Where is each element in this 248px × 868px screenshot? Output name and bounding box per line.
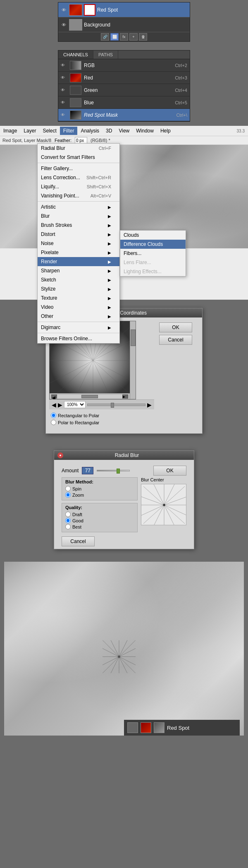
radial-blur-dialog: ● Radial Blur Amount 77 OK (54, 450, 194, 549)
bottom-thumb-red (141, 722, 151, 733)
filter-item-pixelate[interactable]: Pixelate ▶ (38, 248, 119, 257)
slider-track (97, 470, 129, 471)
scrollbar-horizontal[interactable]: ◀ ▶ (50, 393, 130, 399)
layer-info: Red Spot, Layer Mask/8 (2, 138, 51, 143)
submenu-item-lighting[interactable]: Lighting Effects... (120, 267, 186, 276)
filter-item-noise[interactable]: Noise ▶ (38, 239, 119, 248)
menu-analysis[interactable]: Analysis (77, 127, 103, 135)
result-section: Red Spot (0, 558, 248, 736)
channel-shortcut: Ctrl+\ (176, 113, 187, 118)
menu-help[interactable]: Help (157, 127, 174, 135)
feather-label: Feather: (55, 138, 72, 143)
filter-item-blur[interactable]: Blur ▶ (38, 212, 119, 221)
submenu-item-clouds[interactable]: Clouds (120, 231, 186, 240)
fx-button[interactable]: fx (120, 33, 128, 41)
scroll-thumb-v[interactable] (131, 329, 136, 346)
result-canvas: Red Spot (4, 562, 244, 736)
eye-icon[interactable]: 👁 (61, 113, 67, 117)
trash-button[interactable]: 🗑 (139, 33, 147, 41)
menu-window[interactable]: Window (133, 127, 157, 135)
mask-button[interactable]: ⬜ (110, 33, 119, 41)
channel-row-mask[interactable]: 👁 Red Spot Mask Ctrl+\ (58, 109, 190, 121)
filter-item-digimarc[interactable]: Digimarc ▶ (38, 323, 119, 332)
filter-item-sketch[interactable]: Sketch ▶ (38, 275, 119, 284)
ok-button[interactable]: OK (159, 322, 192, 332)
draft-option[interactable]: Draft (65, 512, 134, 517)
scroll-arrow-left[interactable]: ◀ (51, 394, 57, 399)
submenu-item-lens-flare[interactable]: Lens Flare... (120, 258, 186, 267)
amount-slider[interactable] (97, 470, 130, 471)
zoom-out-button[interactable]: ◀ (52, 402, 56, 408)
feather-input[interactable] (75, 137, 87, 144)
filter-item-liquify[interactable]: Liquify... Shift+Ctrl+X (38, 182, 119, 191)
filter-item-vanishing[interactable]: Vanishing Point... Alt+Ctrl+V (38, 191, 119, 200)
best-option[interactable]: Best (65, 524, 134, 529)
bottom-thumb-gray (127, 722, 138, 733)
cancel-button[interactable]: Cancel (159, 335, 192, 345)
blur-center-box[interactable] (141, 484, 186, 525)
eye-icon[interactable]: 👁 (61, 75, 67, 80)
tab-paths[interactable]: PATHS (93, 50, 118, 59)
layer-row-red-spot[interactable]: 👁 Red Spot (58, 2, 190, 17)
channel-row-red[interactable]: 👁 Red Ctrl+3 (58, 72, 190, 84)
menu-select[interactable]: Select (39, 127, 60, 135)
filter-item-brush[interactable]: Brush Strokes ▶ (38, 221, 119, 230)
submenu-item-difference-clouds[interactable]: Difference Clouds (120, 240, 186, 249)
channel-name: Red (84, 75, 175, 81)
menu-image[interactable]: Image (0, 127, 20, 135)
slider-thumb[interactable] (117, 469, 120, 474)
zoom-in-button[interactable]: ▶ (58, 402, 62, 408)
eye-icon[interactable]: 👁 (61, 100, 67, 105)
filter-item-texture[interactable]: Texture ▶ (38, 293, 119, 303)
fit-button[interactable]: ▶ (147, 402, 152, 408)
svg-line-51 (103, 657, 119, 673)
radio-rectangular-to-polar[interactable]: Rectangular to Polar (51, 413, 153, 418)
filter-item-artistic[interactable]: Artistic ▶ (38, 202, 119, 212)
svg-line-54 (103, 649, 119, 657)
channel-name: Blue (84, 100, 175, 106)
channel-row-blue[interactable]: 👁 Blue Ctrl+5 (58, 96, 190, 109)
filter-item-other[interactable]: Other ▶ (38, 312, 119, 321)
filter-item-render[interactable]: Render ▶ (38, 257, 119, 266)
filter-item-stylize[interactable]: Stylize ▶ (38, 284, 119, 293)
cancel-button[interactable]: Cancel (62, 536, 95, 546)
filter-item-gallery[interactable]: Filter Gallery... (38, 164, 119, 173)
filter-item-video[interactable]: Video ▶ (38, 303, 119, 312)
menu-3d[interactable]: 3D (103, 127, 115, 135)
good-option[interactable]: Good (65, 518, 134, 523)
radio-polar-to-rectangular[interactable]: Polar to Rectangular (51, 420, 153, 425)
channel-row-green[interactable]: 👁 Green Ctrl+4 (58, 84, 190, 96)
tab-channels[interactable]: CHANNELS (58, 50, 93, 59)
eye-icon[interactable]: 👁 (60, 6, 67, 14)
filter-item-browse[interactable]: Browse Filters Online... (38, 334, 119, 343)
submenu-item-fibers[interactable]: Fibers... (120, 249, 186, 258)
zoom-slider[interactable] (87, 404, 145, 406)
zoom-select[interactable]: 100% (64, 401, 86, 408)
filter-item-radial-blur[interactable]: Radial Blur Ctrl+F (38, 144, 119, 153)
scroll-thumb-h[interactable] (81, 395, 98, 398)
channel-row-rgb[interactable]: 👁 RGB Ctrl+2 (58, 59, 190, 72)
zoom-option[interactable]: Zoom (65, 492, 134, 498)
menu-filter[interactable]: Filter (60, 127, 78, 135)
eye-icon[interactable]: 👁 (61, 63, 67, 67)
filter-item-smart[interactable]: Convert for Smart Filters (38, 153, 119, 162)
filter-item-lens[interactable]: Lens Correction... Shift+Ctrl+R (38, 173, 119, 182)
link-button[interactable]: 🔗 (101, 33, 109, 41)
menu-layer[interactable]: Layer (20, 127, 39, 135)
spin-option[interactable]: Spin (65, 486, 134, 491)
amount-value[interactable]: 77 (82, 467, 93, 474)
filter-item-sharpen[interactable]: Sharpen ▶ (38, 266, 119, 275)
eye-icon[interactable]: 👁 (61, 88, 67, 92)
scroll-track (98, 395, 122, 398)
filter-item-distort[interactable]: Distort ▶ (38, 230, 119, 239)
dialog-close-button[interactable]: ● (57, 452, 63, 458)
ok-button[interactable]: OK (153, 466, 186, 476)
layer-row-background[interactable]: 👁 Background (58, 17, 190, 32)
scrollbar-vertical[interactable] (130, 321, 136, 399)
channel-shortcut: Ctrl+3 (175, 75, 187, 80)
zoom-thumb[interactable] (111, 403, 114, 408)
scroll-arrow-right[interactable]: ▶ (122, 394, 128, 399)
new-button[interactable]: + (129, 33, 138, 41)
menu-view[interactable]: View (115, 127, 133, 135)
eye-icon[interactable]: 👁 (60, 21, 67, 29)
